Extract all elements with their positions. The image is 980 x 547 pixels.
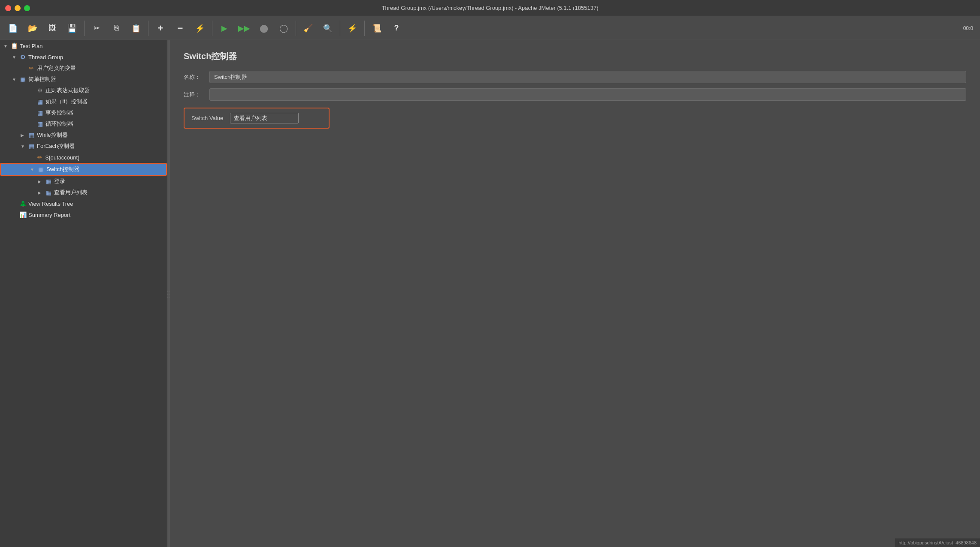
sidebar-item-test-plan[interactable]: ▼ 📋 Test Plan — [0, 40, 167, 51]
expand-button[interactable]: + — [151, 19, 170, 38]
toggle-login[interactable]: ▶ — [38, 179, 45, 184]
sidebar-item-foreach-ctrl[interactable]: ▼ ▦ ForEach控制器 — [0, 141, 167, 152]
if-ctrl-icon: ▦ — [36, 98, 44, 105]
sidebar-item-summary[interactable]: 📊 Summary Report — [0, 209, 167, 220]
sidebar-item-if-ctrl[interactable]: ▦ 如果（If）控制器 — [0, 96, 167, 107]
summary-label: Summary Report — [28, 212, 70, 218]
copy-button[interactable]: ⎘ — [107, 19, 126, 38]
run-no-pause-button[interactable]: ▶▶ — [235, 19, 254, 38]
page-title: Switch控制器 — [184, 51, 966, 62]
new-button[interactable]: 📄 — [3, 19, 22, 38]
save-screenshot-button[interactable]: 🖼 — [43, 19, 62, 38]
loop-ctrl-icon: ▦ — [36, 120, 44, 128]
name-row: 名称： — [184, 71, 966, 83]
view-results-icon: 🌲 — [19, 200, 27, 207]
separator-4 — [296, 21, 296, 36]
toggle-simple-ctrl[interactable]: ▼ — [12, 77, 19, 82]
loop-ctrl-label: 循环控制器 — [45, 120, 73, 128]
toolbar: 📄 📂 🖼 💾 ✂ ⎘ 📋 + − ⚡ ▶ ▶▶ ⬤ ◯ 🧹 🔍 ⚡ 📜 ? 0… — [0, 16, 980, 40]
foreach-ctrl-icon: ▦ — [27, 142, 35, 150]
user-list-label: 查看用户列表 — [54, 189, 88, 196]
while-ctrl-label: While控制器 — [37, 131, 68, 139]
sidebar-item-login[interactable]: ▶ ▦ 登录 — [0, 176, 167, 187]
switch-ctrl-icon: ▦ — [37, 165, 45, 173]
separator-5 — [340, 21, 340, 36]
shutdown-button[interactable]: ◯ — [274, 19, 293, 38]
timer-display: 00:0 — [963, 25, 977, 31]
sidebar-item-thread-group[interactable]: ▼ ⚙ Thread Group — [0, 51, 167, 63]
sidebar-item-outaccount[interactable]: ✏ ${outaccount} — [0, 152, 167, 163]
collapse-button[interactable]: − — [171, 19, 190, 38]
separator-6 — [364, 21, 365, 36]
comment-label: 注释： — [184, 91, 209, 99]
sidebar-item-regex[interactable]: ⚙ 正则表达式提取器 — [0, 85, 167, 96]
statusbar: http://bbigpgsdrinstA/eiust_46898648 — [895, 538, 980, 547]
simple-ctrl-icon: ▦ — [19, 75, 27, 83]
main-layout: ▼ 📋 Test Plan ▼ ⚙ Thread Group ✏ 用户定义的变量… — [0, 40, 980, 547]
sidebar-item-view-results[interactable]: 🌲 View Results Tree — [0, 198, 167, 209]
stop-button[interactable]: ⬤ — [254, 19, 273, 38]
if-ctrl-label: 如果（If）控制器 — [45, 98, 88, 105]
maximize-button[interactable] — [24, 5, 30, 11]
toggle-outaccount — [29, 155, 36, 160]
toggle-regex — [29, 88, 36, 93]
run-button[interactable]: ▶ — [215, 19, 234, 38]
remote-run-button[interactable]: 📜 — [367, 19, 386, 38]
clear-all-button[interactable]: 🧹 — [299, 19, 318, 38]
statusbar-text: http://bbigpgsdrinstA/eiust_46898648 — [898, 540, 977, 545]
toggle-foreach-ctrl[interactable]: ▼ — [21, 144, 27, 149]
separator-1 — [84, 21, 85, 36]
sidebar-tree: ▼ 📋 Test Plan ▼ ⚙ Thread Group ✏ 用户定义的变量… — [0, 40, 167, 547]
tx-ctrl-icon: ▦ — [36, 109, 44, 117]
sidebar-item-tx-ctrl[interactable]: ▦ 事务控制器 — [0, 107, 167, 118]
sidebar-item-simple-ctrl[interactable]: ▼ ▦ 简单控制器 — [0, 74, 167, 85]
save-button[interactable]: 💾 — [63, 19, 82, 38]
titlebar: Thread Group.jmx (/Users/mickey/Thread G… — [0, 0, 980, 16]
login-label: 登录 — [54, 177, 65, 185]
cut-button[interactable]: ✂ — [87, 19, 106, 38]
sidebar-item-user-list[interactable]: ▶ ▦ 查看用户列表 — [0, 187, 167, 198]
toggle-switch-ctrl[interactable]: ▼ — [30, 167, 37, 172]
test-plan-label: Test Plan — [20, 43, 42, 49]
content-panel: Switch控制器 名称： 注释： Switch Value — [170, 40, 980, 547]
close-button[interactable] — [5, 5, 11, 11]
sidebar-item-loop-ctrl[interactable]: ▦ 循环控制器 — [0, 118, 167, 129]
switch-value-container: Switch Value — [184, 108, 330, 129]
paste-button[interactable]: 📋 — [127, 19, 145, 38]
sidebar-item-while-ctrl[interactable]: ▶ ▦ While控制器 — [0, 129, 167, 141]
while-ctrl-icon: ▦ — [27, 131, 35, 139]
regex-icon: ⚙ — [36, 87, 44, 94]
help-button[interactable]: ? — [387, 19, 406, 38]
comment-input[interactable] — [209, 88, 966, 101]
find-button[interactable]: 🔍 — [318, 19, 337, 38]
separator-3 — [212, 21, 212, 36]
toggle-tx-ctrl — [29, 111, 36, 115]
minimize-button[interactable] — [15, 5, 21, 11]
comment-row: 注释： — [184, 88, 966, 101]
simple-ctrl-label: 简单控制器 — [28, 75, 56, 83]
switch-value-label: Switch Value — [191, 115, 223, 121]
toggle-loop-ctrl — [29, 122, 36, 126]
toggle-thread-group[interactable]: ▼ — [12, 55, 19, 60]
open-button[interactable]: 📂 — [23, 19, 42, 38]
toggle-user-list[interactable]: ▶ — [38, 190, 45, 195]
toggle-while-ctrl[interactable]: ▶ — [21, 133, 27, 138]
test-plan-icon: 📋 — [10, 42, 18, 50]
toggle-test-plan[interactable]: ▼ — [3, 44, 10, 48]
sidebar-item-switch-ctrl[interactable]: ▼ ▦ Switch控制器 — [0, 163, 167, 176]
user-list-icon: ▦ — [45, 189, 52, 196]
regex-label: 正则表达式提取器 — [45, 87, 90, 94]
toggle-button[interactable]: ⚡ — [191, 19, 209, 38]
name-input[interactable] — [209, 71, 966, 83]
name-label: 名称： — [184, 73, 209, 81]
outaccount-label: ${outaccount} — [45, 154, 80, 161]
window-controls — [5, 5, 30, 11]
reset-button[interactable]: ⚡ — [343, 19, 362, 38]
thread-group-label: Thread Group — [28, 54, 63, 60]
foreach-ctrl-label: ForEach控制器 — [37, 142, 75, 150]
tx-ctrl-label: 事务控制器 — [45, 109, 73, 117]
toggle-view-results — [12, 201, 19, 206]
switch-value-input[interactable] — [230, 113, 299, 123]
sidebar-item-user-vars[interactable]: ✏ 用户定义的变量 — [0, 63, 167, 74]
user-vars-label: 用户定义的变量 — [37, 64, 76, 72]
